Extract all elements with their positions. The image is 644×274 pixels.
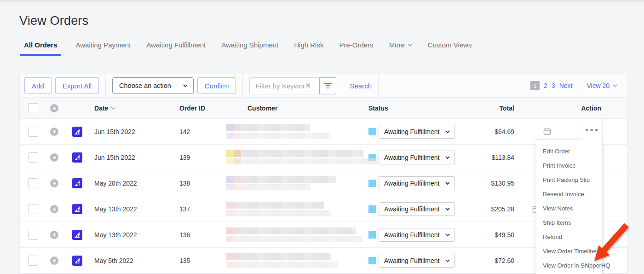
chevron-down-icon	[183, 84, 188, 87]
order-total: $49.50	[478, 231, 538, 239]
customer-redacted	[226, 202, 363, 216]
row-checkbox[interactable]	[28, 127, 38, 137]
divider	[343, 74, 343, 97]
row-checkbox[interactable]	[28, 256, 38, 266]
tab-high-risk[interactable]: High Risk	[293, 41, 324, 56]
row-checkbox[interactable]	[28, 204, 38, 214]
expand-row-plus-icon[interactable]: +	[50, 257, 58, 265]
order-total: $113.84	[478, 154, 538, 161]
status-color-swatch	[368, 205, 376, 213]
svg-text:B: B	[77, 233, 80, 238]
add-button[interactable]: Add	[24, 77, 52, 94]
bigcommerce-channel-icon: B	[72, 230, 82, 240]
menu-item-edit-order[interactable]: Edit Order	[536, 144, 602, 158]
order-date: May 13th 2022	[89, 205, 174, 213]
top-strip	[0, 0, 644, 2]
page-2-link[interactable]: 2	[544, 82, 547, 89]
customer-redacted	[226, 227, 363, 242]
header-order-id: Order ID	[174, 105, 242, 112]
row-checkbox[interactable]	[28, 152, 38, 163]
menu-item-resend-invoice[interactable]: Resend Invoice	[536, 187, 602, 201]
chevron-down-icon	[445, 182, 450, 185]
expand-all-plus-icon[interactable]: +	[50, 104, 58, 112]
customer-redacted	[226, 253, 363, 268]
status-color-swatch	[368, 128, 376, 135]
tab-custom-views[interactable]: Custom Views	[427, 41, 473, 56]
chevron-down-icon	[445, 130, 450, 133]
confirm-button[interactable]: Confirm	[197, 77, 236, 94]
menu-item-refund[interactable]: Refund	[536, 230, 602, 244]
tab-all-orders[interactable]: All Orders	[20, 41, 61, 56]
chevron-down-icon	[613, 84, 617, 87]
keyword-filter-input[interactable]	[255, 82, 305, 90]
bigcommerce-channel-icon: B	[72, 127, 82, 137]
divider	[242, 74, 243, 97]
divider	[378, 74, 379, 97]
expand-row-plus-icon[interactable]: +	[50, 231, 58, 239]
row-actions-ellipsis-button[interactable]: ●●●	[582, 119, 603, 140]
page-size-select[interactable]: View 20	[579, 82, 627, 89]
menu-item-view-order-timeline[interactable]: View Order Timeline	[536, 244, 602, 258]
order-total: $205.28	[478, 205, 538, 213]
sort-chevron-icon	[111, 107, 115, 110]
tab-pre-orders[interactable]: Pre-Orders	[338, 41, 374, 56]
status-select[interactable]: Awaiting Fulfillment	[379, 151, 455, 164]
status-color-swatch	[368, 231, 376, 239]
order-view-tabs: All Orders Awaiting Payment Awaiting Ful…	[19, 41, 628, 56]
clear-filter-icon[interactable]: ✕	[305, 82, 311, 90]
expand-row-plus-icon[interactable]: +	[50, 179, 58, 187]
advanced-filter-button[interactable]	[319, 77, 336, 94]
bigcommerce-channel-icon: B	[72, 256, 82, 266]
chevron-down-icon	[408, 44, 412, 47]
bigcommerce-channel-icon: B	[72, 204, 82, 214]
order-date: May 5th 2022	[89, 257, 174, 264]
row-checkbox[interactable]	[28, 230, 38, 240]
svg-text:B: B	[77, 208, 80, 212]
row-checkbox[interactable]	[28, 178, 38, 188]
status-select[interactable]: Awaiting Fulfillment	[379, 202, 455, 216]
header-customer: Customer	[242, 105, 363, 112]
tab-more[interactable]: More	[388, 41, 413, 56]
header-date[interactable]: Date	[89, 105, 174, 112]
chevron-down-icon	[445, 233, 450, 236]
status-select[interactable]: Awaiting Fulfillment	[379, 125, 455, 139]
menu-item-ship-items[interactable]: Ship Items	[536, 216, 602, 230]
order-total: $64.69	[478, 128, 538, 135]
select-all-checkbox[interactable]	[28, 103, 38, 113]
order-notes-icon[interactable]	[543, 128, 551, 135]
toolbar-right: 1 2 3 Next View 20	[530, 74, 627, 97]
table-header-row: + Date Order ID Customer Status Total Ac…	[20, 98, 627, 119]
keyword-filter-field: ✕	[249, 77, 319, 94]
status-select[interactable]: Awaiting Fulfillment	[379, 228, 455, 242]
svg-text:B: B	[77, 130, 80, 134]
tab-awaiting-payment[interactable]: Awaiting Payment	[75, 41, 132, 56]
status-select[interactable]: Awaiting Fulfillment	[379, 176, 455, 190]
divider	[105, 74, 106, 97]
pagination: 1 2 3 Next	[530, 81, 572, 90]
svg-text:B: B	[77, 156, 80, 160]
customer-redacted	[226, 176, 363, 190]
row-actions-menu: Edit Order Print Invoice Print Packing S…	[536, 139, 603, 274]
export-all-button[interactable]: Export All	[55, 77, 99, 94]
bigcommerce-channel-icon: B	[72, 152, 82, 163]
menu-item-view-notes[interactable]: View Notes	[536, 201, 602, 216]
svg-text:B: B	[77, 259, 80, 263]
menu-item-print-packing-slip[interactable]: Print Packing Slip	[536, 173, 602, 187]
menu-item-view-order-in-shipperhq[interactable]: View Order in ShipperHQ	[536, 258, 602, 273]
expand-row-plus-icon[interactable]: +	[50, 128, 58, 136]
search-link[interactable]: Search	[350, 82, 372, 90]
page-3-link[interactable]: 3	[552, 82, 555, 89]
bulk-action-select[interactable]: Choose an action	[112, 77, 194, 94]
chevron-down-icon	[445, 156, 450, 159]
menu-item-print-invoice[interactable]: Print Invoice	[536, 158, 602, 173]
bigcommerce-channel-icon: B	[72, 178, 82, 188]
page-next-link[interactable]: Next	[559, 82, 573, 89]
expand-row-plus-icon[interactable]: +	[50, 205, 58, 213]
filter-funnel-icon	[324, 83, 332, 88]
svg-text:B: B	[77, 182, 80, 186]
customer-redacted	[226, 150, 363, 164]
expand-row-plus-icon[interactable]: +	[50, 153, 58, 162]
tab-awaiting-fulfillment[interactable]: Awaiting Fulfillment	[145, 41, 207, 56]
status-select[interactable]: Awaiting Fulfillment	[379, 254, 455, 268]
tab-awaiting-shipment[interactable]: Awaiting Shipment	[220, 41, 279, 56]
